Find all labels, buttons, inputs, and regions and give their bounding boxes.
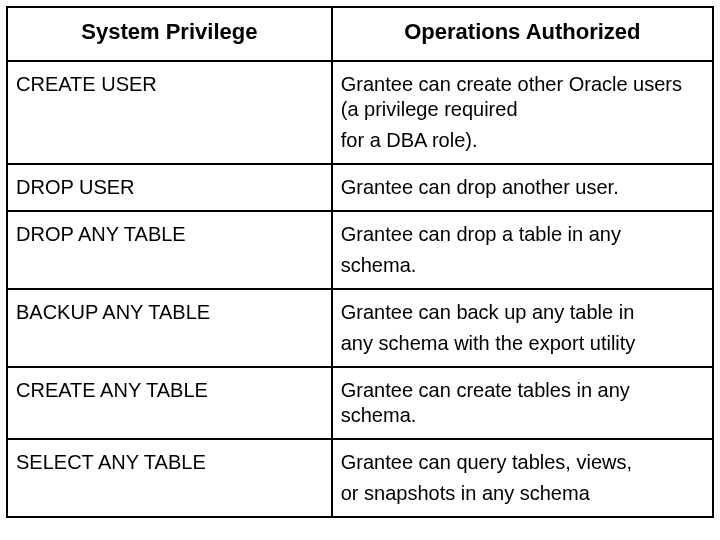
operations-cell: Grantee can create tables in any schema. [332,367,713,439]
header-operations: Operations Authorized [332,7,713,61]
operations-line: Grantee can create other Oracle users (a… [341,72,704,122]
privilege-cell: DROP USER [7,164,332,211]
operations-line: Grantee can drop a table in any [341,222,704,247]
table-row: DROP ANY TABLE Grantee can drop a table … [7,211,713,289]
operations-line: Grantee can drop another user. [341,175,704,200]
privilege-cell: BACKUP ANY TABLE [7,289,332,367]
operations-cell: Grantee can query tables, views, or snap… [332,439,713,517]
operations-cell: Grantee can create other Oracle users (a… [332,61,713,164]
operations-cell: Grantee can drop another user. [332,164,713,211]
operations-line: Grantee can query tables, views, [341,450,704,475]
table-row: SELECT ANY TABLE Grantee can query table… [7,439,713,517]
privileges-table: System Privilege Operations Authorized C… [6,6,714,518]
operations-line: Grantee can create tables in any schema. [341,378,704,428]
operations-line: or snapshots in any schema [341,481,704,506]
operations-line: for a DBA role). [341,128,704,153]
operations-cell: Grantee can drop a table in any schema. [332,211,713,289]
table-row: CREATE USER Grantee can create other Ora… [7,61,713,164]
operations-line: Grantee can back up any table in [341,300,704,325]
table-row: CREATE ANY TABLE Grantee can create tabl… [7,367,713,439]
privilege-cell: CREATE USER [7,61,332,164]
operations-line: any schema with the export utility [341,331,704,356]
table-row: BACKUP ANY TABLE Grantee can back up any… [7,289,713,367]
header-privilege: System Privilege [7,7,332,61]
privilege-cell: DROP ANY TABLE [7,211,332,289]
privilege-cell: SELECT ANY TABLE [7,439,332,517]
table-row: DROP USER Grantee can drop another user. [7,164,713,211]
operations-cell: Grantee can back up any table in any sch… [332,289,713,367]
operations-line: schema. [341,253,704,278]
privilege-cell: CREATE ANY TABLE [7,367,332,439]
